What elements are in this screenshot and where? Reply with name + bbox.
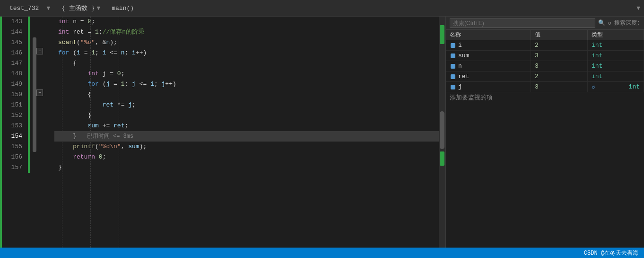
- line-numbers: 143 144 145 146 147 148 149 150 151 152 …: [0, 17, 26, 248]
- line-num-157: 157: [0, 162, 22, 173]
- refresh-icon-btn[interactable]: ↺: [608, 19, 611, 27]
- status-bar: CSDN @在冬天去看海: [0, 248, 644, 258]
- line-num-155: 155: [0, 142, 22, 152]
- line-num-146: 146: [0, 48, 22, 58]
- watch-col-type: 类型: [588, 30, 644, 40]
- code-line-151: ret *= j;: [54, 100, 439, 110]
- svg-rect-3: [451, 74, 455, 79]
- watch-row-ret[interactable]: ret 2 int: [446, 71, 644, 82]
- line-num-151: 151: [0, 100, 22, 110]
- watch-var-icon-j: [450, 84, 456, 90]
- watch-var-icon-i: [450, 42, 456, 49]
- code-line-143: int n = 0;: [54, 17, 439, 27]
- top-bar: test_732 ▼ { 主函数 } ▼ main() ▼: [0, 0, 644, 17]
- code-panel: 143 144 145 146 147 148 149 150 151 152 …: [0, 17, 445, 248]
- timing-badge: 已用时间 <= 3ms: [84, 131, 136, 142]
- scroll-arrow[interactable]: ▼: [636, 5, 640, 12]
- watch-toolbar: 🔍 ↺ 搜索深度:: [446, 17, 644, 30]
- file-tab[interactable]: test_732: [4, 5, 44, 12]
- code-line-146: for (i = 1; i <= n; i++): [54, 48, 439, 58]
- line-num-147: 147: [0, 58, 22, 69]
- watch-row-i[interactable]: i 2 int: [446, 40, 644, 51]
- watch-row-sum[interactable]: sum 3 int: [446, 51, 644, 61]
- svg-rect-1: [451, 53, 455, 58]
- watch-var-icon-ret: [450, 73, 456, 80]
- code-line-144: int ret = 1;//保存n的阶乘: [54, 27, 439, 37]
- code-line-150: {: [54, 89, 439, 100]
- watch-table-header: 名称 值 类型: [446, 30, 644, 40]
- watch-col-name: 名称: [446, 30, 531, 40]
- breadcrumb-arrow2: ▼: [96, 5, 100, 12]
- breadcrumb-arrow1: ▼: [46, 5, 50, 12]
- line-num-149: 149: [0, 79, 22, 89]
- watermark: CSDN @在冬天去看海: [584, 249, 638, 257]
- code-scrollbar[interactable]: [439, 17, 445, 248]
- refresh-icon[interactable]: ↺: [592, 83, 595, 90]
- scroll-indicator: [33, 37, 36, 152]
- svg-rect-4: [451, 85, 455, 89]
- watch-table: i 2 int sum 3 int: [446, 40, 644, 248]
- watch-var-icon-n: [450, 63, 456, 70]
- code-gutter: − −: [26, 17, 54, 248]
- line-num-148: 148: [0, 69, 22, 79]
- add-watch-row[interactable]: 添加要监视的项: [446, 92, 644, 103]
- breadcrumb-func: { 主函数 }: [61, 4, 95, 12]
- code-line-147: {: [54, 58, 439, 69]
- line-num-154: 154: [0, 131, 22, 142]
- watch-search-input[interactable]: [450, 18, 595, 28]
- green-bar-segment1: [28, 17, 30, 173]
- code-line-153: sum += ret;: [54, 121, 439, 131]
- code-line-154: } 已用时间 <= 3ms: [54, 131, 439, 142]
- svg-rect-0: [451, 43, 455, 48]
- search-depth-label: 搜索深度:: [614, 19, 640, 27]
- breadcrumb-main: main(): [112, 5, 134, 12]
- main-container: 143 144 145 146 147 148 149 150 151 152 …: [0, 17, 644, 248]
- watch-row-n[interactable]: n 3 int: [446, 61, 644, 71]
- code-line-152: }: [54, 110, 439, 121]
- line-num-144: 144: [0, 27, 22, 37]
- scroll-green-top: [440, 25, 444, 44]
- code-line-156: return 0;: [54, 152, 439, 162]
- collapse-button-149[interactable]: −: [36, 89, 43, 96]
- line-num-153: 153: [0, 121, 22, 131]
- scroll-thumb[interactable]: [440, 111, 444, 149]
- code-line-149: for (j = 1; j <= i; j++): [54, 79, 439, 89]
- line-num-156: 156: [0, 152, 22, 162]
- watch-row-j[interactable]: j 3 ↺ int: [446, 82, 644, 92]
- scroll-green-bottom: [440, 151, 444, 166]
- collapse-button-146[interactable]: −: [36, 48, 43, 54]
- search-icon[interactable]: 🔍: [598, 19, 605, 27]
- code-line-145: scanf("%d", &n);: [54, 37, 439, 48]
- code-line-157: }: [54, 162, 439, 173]
- add-watch-label: 添加要监视的项: [450, 93, 493, 102]
- watch-col-value: 值: [531, 30, 588, 40]
- code-line-148: int j = 0;: [54, 69, 439, 79]
- code-line-155: printf("%d\n", sum);: [54, 142, 439, 152]
- left-green-bar: [0, 17, 2, 248]
- svg-rect-2: [451, 64, 455, 69]
- line-num-145: 145: [0, 37, 22, 48]
- watch-panel: 🔍 ↺ 搜索深度: 名称 值 类型 i 2 int: [445, 17, 644, 248]
- watch-var-icon-sum: [450, 53, 456, 59]
- line-num-150: 150: [0, 89, 22, 100]
- line-num-143: 143: [0, 17, 22, 27]
- code-content: int n = 0; int ret = 1;//保存n的阶乘 scanf("%…: [54, 17, 439, 248]
- line-num-152: 152: [0, 110, 22, 121]
